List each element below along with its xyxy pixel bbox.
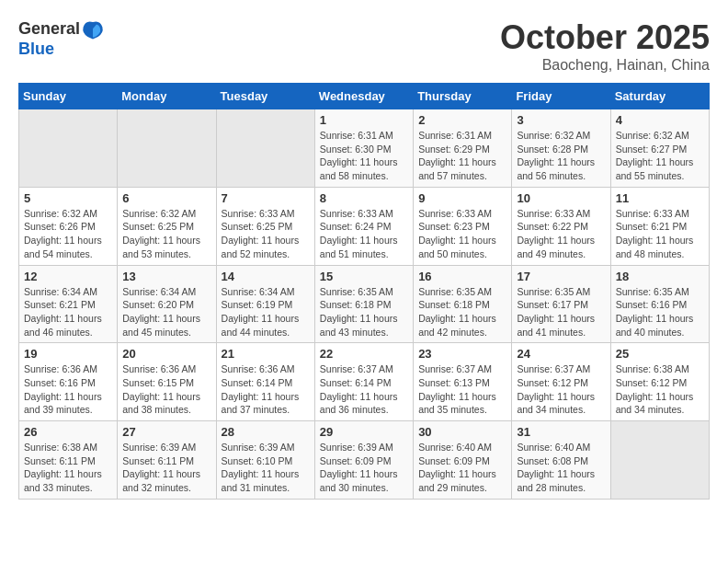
weekday-header: Saturday (610, 84, 709, 109)
calendar-cell: 20Sunrise: 6:36 AMSunset: 6:15 PMDayligh… (118, 343, 216, 421)
calendar-week-row: 19Sunrise: 6:36 AMSunset: 6:16 PMDayligh… (19, 343, 710, 421)
calendar-cell: 4Sunrise: 6:32 AMSunset: 6:27 PMDaylight… (610, 109, 709, 188)
calendar-cell: 27Sunrise: 6:39 AMSunset: 6:11 PMDayligh… (118, 421, 216, 500)
day-number: 9 (418, 191, 506, 205)
day-number: 13 (122, 270, 210, 283)
day-number: 29 (320, 425, 408, 439)
day-info: Sunrise: 6:39 AMSunset: 6:09 PMDaylight:… (320, 441, 408, 495)
day-number: 6 (122, 191, 210, 205)
calendar-week-row: 1Sunrise: 6:31 AMSunset: 6:30 PMDaylight… (19, 109, 710, 188)
page-header: General Blue October 2025 Baocheng, Hain… (18, 18, 710, 74)
day-info: Sunrise: 6:37 AMSunset: 6:14 PMDaylight:… (320, 362, 408, 417)
day-number: 27 (122, 425, 210, 439)
day-number: 1 (320, 113, 408, 127)
calendar-cell: 16Sunrise: 6:35 AMSunset: 6:18 PMDayligh… (414, 265, 512, 343)
day-number: 25 (616, 347, 704, 361)
logo: General Blue (18, 18, 104, 59)
calendar-cell: 22Sunrise: 6:37 AMSunset: 6:14 PMDayligh… (314, 343, 413, 421)
weekday-header-row: SundayMondayTuesdayWednesdayThursdayFrid… (19, 84, 710, 109)
day-number: 22 (320, 347, 408, 361)
day-info: Sunrise: 6:39 AMSunset: 6:10 PMDaylight:… (222, 441, 310, 495)
logo-general: General (18, 20, 80, 39)
day-info: Sunrise: 6:34 AMSunset: 6:21 PMDaylight:… (24, 285, 112, 339)
calendar-cell: 24Sunrise: 6:37 AMSunset: 6:12 PMDayligh… (512, 343, 610, 421)
weekday-header: Friday (512, 84, 610, 109)
calendar-cell: 14Sunrise: 6:34 AMSunset: 6:19 PMDayligh… (216, 265, 314, 343)
day-info: Sunrise: 6:40 AMSunset: 6:09 PMDaylight:… (418, 441, 506, 495)
calendar-cell (216, 109, 314, 188)
day-number: 20 (122, 347, 210, 361)
calendar-cell: 7Sunrise: 6:33 AMSunset: 6:25 PMDaylight… (216, 187, 314, 265)
day-number: 16 (418, 270, 506, 283)
day-number: 8 (320, 191, 408, 205)
day-info: Sunrise: 6:33 AMSunset: 6:23 PMDaylight:… (418, 207, 506, 261)
day-info: Sunrise: 6:32 AMSunset: 6:26 PMDaylight:… (24, 207, 112, 261)
day-info: Sunrise: 6:33 AMSunset: 6:24 PMDaylight:… (320, 207, 408, 261)
calendar-cell: 10Sunrise: 6:33 AMSunset: 6:22 PMDayligh… (512, 187, 610, 265)
day-info: Sunrise: 6:40 AMSunset: 6:08 PMDaylight:… (517, 441, 605, 495)
day-number: 7 (222, 191, 310, 205)
day-info: Sunrise: 6:36 AMSunset: 6:15 PMDaylight:… (122, 362, 210, 417)
logo-blue: Blue (18, 40, 104, 59)
calendar-cell: 26Sunrise: 6:38 AMSunset: 6:11 PMDayligh… (19, 421, 118, 500)
day-number: 2 (418, 113, 506, 127)
day-number: 15 (320, 270, 408, 283)
calendar-body: 1Sunrise: 6:31 AMSunset: 6:30 PMDaylight… (19, 109, 710, 500)
calendar-cell: 17Sunrise: 6:35 AMSunset: 6:17 PMDayligh… (512, 265, 610, 343)
calendar-cell: 29Sunrise: 6:39 AMSunset: 6:09 PMDayligh… (314, 421, 413, 500)
day-info: Sunrise: 6:37 AMSunset: 6:12 PMDaylight:… (517, 362, 605, 417)
day-info: Sunrise: 6:38 AMSunset: 6:11 PMDaylight:… (24, 441, 112, 495)
calendar-cell: 9Sunrise: 6:33 AMSunset: 6:23 PMDaylight… (414, 187, 512, 265)
calendar-cell: 13Sunrise: 6:34 AMSunset: 6:20 PMDayligh… (118, 265, 216, 343)
day-info: Sunrise: 6:34 AMSunset: 6:20 PMDaylight:… (122, 285, 210, 339)
day-number: 24 (517, 347, 605, 361)
day-info: Sunrise: 6:35 AMSunset: 6:16 PMDaylight:… (616, 285, 704, 339)
calendar-cell: 1Sunrise: 6:31 AMSunset: 6:30 PMDaylight… (314, 109, 413, 188)
day-info: Sunrise: 6:39 AMSunset: 6:11 PMDaylight:… (122, 441, 210, 495)
calendar-week-row: 5Sunrise: 6:32 AMSunset: 6:26 PMDaylight… (19, 187, 710, 265)
calendar-cell: 23Sunrise: 6:37 AMSunset: 6:13 PMDayligh… (414, 343, 512, 421)
day-number: 17 (517, 270, 605, 283)
calendar-week-row: 12Sunrise: 6:34 AMSunset: 6:21 PMDayligh… (19, 265, 710, 343)
location: Baocheng, Hainan, China (500, 57, 710, 74)
calendar-cell: 5Sunrise: 6:32 AMSunset: 6:26 PMDaylight… (19, 187, 118, 265)
weekday-header: Thursday (414, 84, 512, 109)
day-number: 3 (517, 113, 605, 127)
day-number: 18 (616, 270, 704, 283)
day-info: Sunrise: 6:38 AMSunset: 6:12 PMDaylight:… (616, 362, 704, 417)
day-info: Sunrise: 6:32 AMSunset: 6:27 PMDaylight:… (616, 129, 704, 183)
weekday-header: Sunday (19, 84, 118, 109)
calendar-week-row: 26Sunrise: 6:38 AMSunset: 6:11 PMDayligh… (19, 421, 710, 500)
calendar-cell (19, 109, 118, 188)
calendar-cell: 11Sunrise: 6:33 AMSunset: 6:21 PMDayligh… (610, 187, 709, 265)
calendar-cell: 28Sunrise: 6:39 AMSunset: 6:10 PMDayligh… (216, 421, 314, 500)
day-info: Sunrise: 6:37 AMSunset: 6:13 PMDaylight:… (418, 362, 506, 417)
day-number: 28 (222, 425, 310, 439)
day-info: Sunrise: 6:35 AMSunset: 6:18 PMDaylight:… (320, 285, 408, 339)
calendar-cell (118, 109, 216, 188)
calendar-cell: 12Sunrise: 6:34 AMSunset: 6:21 PMDayligh… (19, 265, 118, 343)
weekday-header: Tuesday (216, 84, 314, 109)
day-info: Sunrise: 6:32 AMSunset: 6:28 PMDaylight:… (517, 129, 605, 183)
calendar-cell: 19Sunrise: 6:36 AMSunset: 6:16 PMDayligh… (19, 343, 118, 421)
day-info: Sunrise: 6:33 AMSunset: 6:25 PMDaylight:… (222, 207, 310, 261)
calendar-cell: 18Sunrise: 6:35 AMSunset: 6:16 PMDayligh… (610, 265, 709, 343)
day-info: Sunrise: 6:33 AMSunset: 6:21 PMDaylight:… (616, 207, 704, 261)
day-info: Sunrise: 6:31 AMSunset: 6:30 PMDaylight:… (320, 129, 408, 183)
calendar-cell: 15Sunrise: 6:35 AMSunset: 6:18 PMDayligh… (314, 265, 413, 343)
calendar-cell: 3Sunrise: 6:32 AMSunset: 6:28 PMDaylight… (512, 109, 610, 188)
calendar-table: SundayMondayTuesdayWednesdayThursdayFrid… (18, 83, 710, 500)
day-number: 4 (616, 113, 704, 127)
day-info: Sunrise: 6:36 AMSunset: 6:14 PMDaylight:… (222, 362, 310, 417)
day-number: 11 (616, 191, 704, 205)
calendar-cell: 8Sunrise: 6:33 AMSunset: 6:24 PMDaylight… (314, 187, 413, 265)
weekday-header: Monday (118, 84, 216, 109)
weekday-header: Wednesday (314, 84, 413, 109)
day-number: 30 (418, 425, 506, 439)
calendar-cell: 2Sunrise: 6:31 AMSunset: 6:29 PMDaylight… (414, 109, 512, 188)
day-number: 19 (24, 347, 112, 361)
day-info: Sunrise: 6:36 AMSunset: 6:16 PMDaylight:… (24, 362, 112, 417)
calendar-cell: 31Sunrise: 6:40 AMSunset: 6:08 PMDayligh… (512, 421, 610, 500)
day-info: Sunrise: 6:32 AMSunset: 6:25 PMDaylight:… (122, 207, 210, 261)
day-number: 21 (222, 347, 310, 361)
